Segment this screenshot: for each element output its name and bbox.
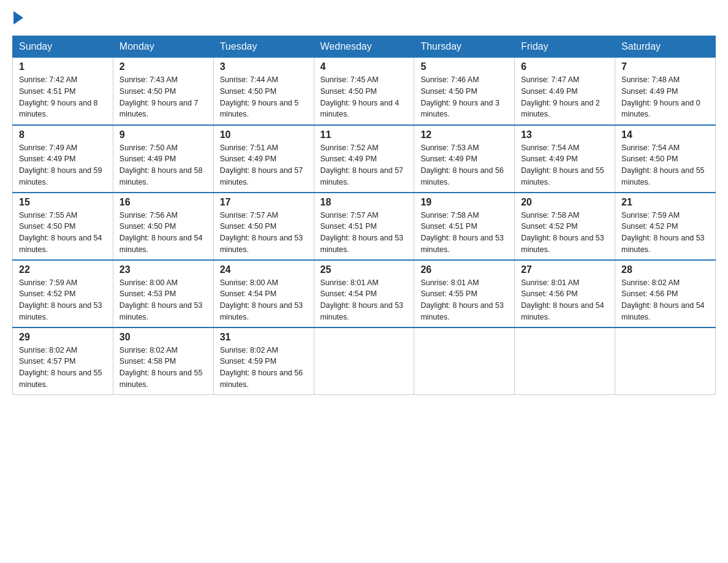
day-number: 29: [19, 332, 107, 343]
page-header: [12, 12, 716, 23]
day-info: Sunrise: 7:54 AMSunset: 4:49 PMDaylight:…: [521, 142, 609, 188]
day-info: Sunrise: 7:58 AMSunset: 4:52 PMDaylight:…: [521, 210, 609, 256]
calendar-week-row: 22Sunrise: 7:59 AMSunset: 4:52 PMDayligh…: [13, 260, 716, 327]
column-header-thursday: Thursday: [414, 36, 515, 58]
day-info: Sunrise: 8:02 AMSunset: 4:59 PMDaylight:…: [220, 345, 308, 391]
day-number: 21: [621, 197, 709, 208]
day-info: Sunrise: 8:01 AMSunset: 4:55 PMDaylight:…: [420, 277, 508, 323]
calendar-cell: 26Sunrise: 8:01 AMSunset: 4:55 PMDayligh…: [414, 260, 515, 327]
day-number: 8: [19, 129, 107, 140]
day-number: 23: [119, 264, 207, 275]
day-number: 20: [521, 197, 609, 208]
column-header-friday: Friday: [515, 36, 615, 58]
day-info: Sunrise: 8:02 AMSunset: 4:57 PMDaylight:…: [19, 345, 107, 391]
day-info: Sunrise: 7:53 AMSunset: 4:49 PMDaylight:…: [420, 142, 508, 188]
calendar-cell: 9Sunrise: 7:50 AMSunset: 4:49 PMDaylight…: [113, 125, 213, 193]
logo-arrow-icon: [13, 11, 23, 25]
day-number: 2: [119, 61, 207, 72]
calendar-cell: 17Sunrise: 7:57 AMSunset: 4:50 PMDayligh…: [213, 193, 314, 260]
column-header-wednesday: Wednesday: [314, 36, 414, 58]
calendar-cell: 22Sunrise: 7:59 AMSunset: 4:52 PMDayligh…: [13, 260, 113, 327]
calendar-cell: 12Sunrise: 7:53 AMSunset: 4:49 PMDayligh…: [414, 125, 515, 193]
day-info: Sunrise: 7:50 AMSunset: 4:49 PMDaylight:…: [119, 142, 207, 188]
day-number: 22: [19, 264, 107, 275]
calendar-cell: 29Sunrise: 8:02 AMSunset: 4:57 PMDayligh…: [13, 327, 113, 395]
day-info: Sunrise: 7:59 AMSunset: 4:52 PMDaylight:…: [19, 277, 107, 323]
calendar-week-row: 8Sunrise: 7:49 AMSunset: 4:49 PMDaylight…: [13, 125, 716, 193]
calendar-cell: 27Sunrise: 8:01 AMSunset: 4:56 PMDayligh…: [515, 260, 615, 327]
day-info: Sunrise: 7:48 AMSunset: 4:49 PMDaylight:…: [621, 74, 709, 120]
day-number: 31: [220, 332, 308, 343]
calendar-cell: 5Sunrise: 7:46 AMSunset: 4:50 PMDaylight…: [414, 58, 515, 125]
calendar-cell: 10Sunrise: 7:51 AMSunset: 4:49 PMDayligh…: [213, 125, 314, 193]
day-number: 5: [420, 61, 508, 72]
day-info: Sunrise: 8:01 AMSunset: 4:56 PMDaylight:…: [521, 277, 609, 323]
day-number: 15: [19, 197, 107, 208]
calendar-cell: 13Sunrise: 7:54 AMSunset: 4:49 PMDayligh…: [515, 125, 615, 193]
column-header-monday: Monday: [113, 36, 213, 58]
calendar-cell: 31Sunrise: 8:02 AMSunset: 4:59 PMDayligh…: [213, 327, 314, 395]
logo: [12, 12, 23, 23]
day-number: 16: [119, 197, 207, 208]
calendar-cell: 20Sunrise: 7:58 AMSunset: 4:52 PMDayligh…: [515, 193, 615, 260]
day-info: Sunrise: 8:02 AMSunset: 4:56 PMDaylight:…: [621, 277, 709, 323]
calendar-week-row: 15Sunrise: 7:55 AMSunset: 4:50 PMDayligh…: [13, 193, 716, 260]
day-number: 6: [521, 61, 609, 72]
day-number: 18: [320, 197, 408, 208]
day-info: Sunrise: 7:51 AMSunset: 4:49 PMDaylight:…: [220, 142, 308, 188]
day-info: Sunrise: 7:44 AMSunset: 4:50 PMDaylight:…: [220, 74, 308, 120]
day-number: 24: [220, 264, 308, 275]
day-info: Sunrise: 8:00 AMSunset: 4:53 PMDaylight:…: [119, 277, 207, 323]
calendar-week-row: 29Sunrise: 8:02 AMSunset: 4:57 PMDayligh…: [13, 327, 716, 395]
day-number: 11: [320, 129, 408, 140]
day-number: 28: [621, 264, 709, 275]
day-info: Sunrise: 7:56 AMSunset: 4:50 PMDaylight:…: [119, 210, 207, 256]
column-header-sunday: Sunday: [13, 36, 113, 58]
day-info: Sunrise: 8:01 AMSunset: 4:54 PMDaylight:…: [320, 277, 408, 323]
day-number: 7: [621, 61, 709, 72]
column-header-saturday: Saturday: [615, 36, 716, 58]
column-header-tuesday: Tuesday: [213, 36, 314, 58]
day-number: 13: [521, 129, 609, 140]
day-info: Sunrise: 7:57 AMSunset: 4:50 PMDaylight:…: [220, 210, 308, 256]
calendar-cell: [615, 327, 716, 395]
calendar-cell: 24Sunrise: 8:00 AMSunset: 4:54 PMDayligh…: [213, 260, 314, 327]
day-number: 27: [521, 264, 609, 275]
day-number: 14: [621, 129, 709, 140]
calendar-cell: 19Sunrise: 7:58 AMSunset: 4:51 PMDayligh…: [414, 193, 515, 260]
day-info: Sunrise: 7:46 AMSunset: 4:50 PMDaylight:…: [420, 74, 508, 120]
calendar-week-row: 1Sunrise: 7:42 AMSunset: 4:51 PMDaylight…: [13, 58, 716, 125]
calendar-cell: 1Sunrise: 7:42 AMSunset: 4:51 PMDaylight…: [13, 58, 113, 125]
day-number: 17: [220, 197, 308, 208]
calendar-header-row: SundayMondayTuesdayWednesdayThursdayFrid…: [13, 36, 716, 58]
day-number: 26: [420, 264, 508, 275]
calendar-cell: 4Sunrise: 7:45 AMSunset: 4:50 PMDaylight…: [314, 58, 414, 125]
day-info: Sunrise: 7:55 AMSunset: 4:50 PMDaylight:…: [19, 210, 107, 256]
calendar-cell: 16Sunrise: 7:56 AMSunset: 4:50 PMDayligh…: [113, 193, 213, 260]
day-info: Sunrise: 7:47 AMSunset: 4:49 PMDaylight:…: [521, 74, 609, 120]
day-number: 30: [119, 332, 207, 343]
day-info: Sunrise: 7:58 AMSunset: 4:51 PMDaylight:…: [420, 210, 508, 256]
day-info: Sunrise: 8:02 AMSunset: 4:58 PMDaylight:…: [119, 345, 207, 391]
calendar-cell: 14Sunrise: 7:54 AMSunset: 4:50 PMDayligh…: [615, 125, 716, 193]
day-number: 9: [119, 129, 207, 140]
calendar-cell: 28Sunrise: 8:02 AMSunset: 4:56 PMDayligh…: [615, 260, 716, 327]
calendar-cell: 18Sunrise: 7:57 AMSunset: 4:51 PMDayligh…: [314, 193, 414, 260]
day-info: Sunrise: 7:45 AMSunset: 4:50 PMDaylight:…: [320, 74, 408, 120]
day-info: Sunrise: 8:00 AMSunset: 4:54 PMDaylight:…: [220, 277, 308, 323]
day-number: 1: [19, 61, 107, 72]
calendar-cell: 6Sunrise: 7:47 AMSunset: 4:49 PMDaylight…: [515, 58, 615, 125]
day-number: 12: [420, 129, 508, 140]
day-info: Sunrise: 7:42 AMSunset: 4:51 PMDaylight:…: [19, 74, 107, 120]
calendar-cell: [314, 327, 414, 395]
day-number: 3: [220, 61, 308, 72]
day-info: Sunrise: 7:52 AMSunset: 4:49 PMDaylight:…: [320, 142, 408, 188]
day-info: Sunrise: 7:43 AMSunset: 4:50 PMDaylight:…: [119, 74, 207, 120]
day-info: Sunrise: 7:49 AMSunset: 4:49 PMDaylight:…: [19, 142, 107, 188]
calendar-cell: 21Sunrise: 7:59 AMSunset: 4:52 PMDayligh…: [615, 193, 716, 260]
day-number: 10: [220, 129, 308, 140]
calendar-cell: 7Sunrise: 7:48 AMSunset: 4:49 PMDaylight…: [615, 58, 716, 125]
calendar-cell: 25Sunrise: 8:01 AMSunset: 4:54 PMDayligh…: [314, 260, 414, 327]
day-number: 25: [320, 264, 408, 275]
calendar-cell: 3Sunrise: 7:44 AMSunset: 4:50 PMDaylight…: [213, 58, 314, 125]
